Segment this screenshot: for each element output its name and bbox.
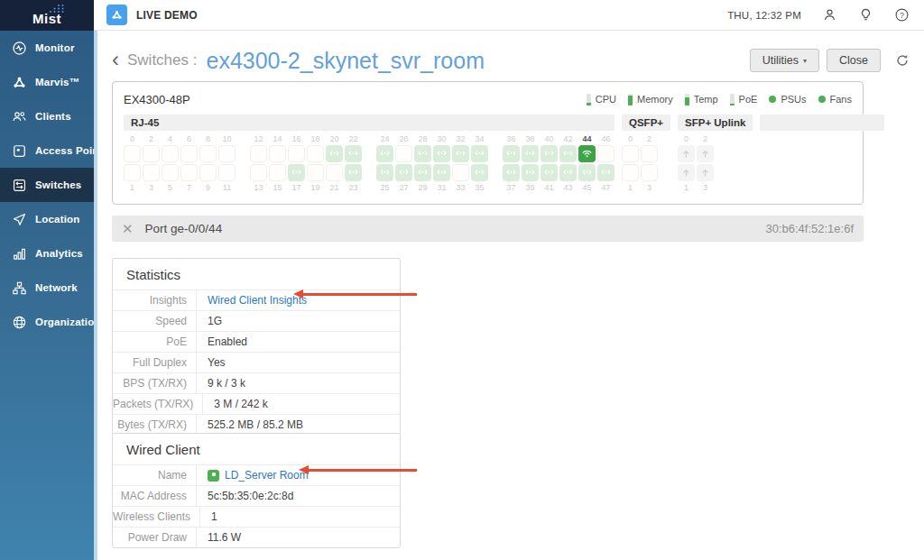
breadcrumb[interactable]: Switches :	[127, 51, 197, 69]
port-rj45-28[interactable]	[414, 145, 431, 162]
sidebar-item-label: Switches	[35, 179, 81, 190]
port-rj45-32[interactable]	[452, 145, 469, 162]
port-rj45-34[interactable]	[471, 145, 488, 162]
back-chevron-icon[interactable]: ‹	[112, 49, 119, 73]
port-rj45-40[interactable]	[541, 145, 558, 162]
sidebar-item-analytics[interactable]: Analytics	[0, 236, 94, 271]
port-rj45-47[interactable]	[597, 164, 614, 181]
port-rj45-9[interactable]	[199, 164, 217, 181]
port-rj45-27[interactable]	[395, 164, 412, 181]
sidebar-item-switches[interactable]: Switches	[0, 168, 94, 202]
port-rj45-12[interactable]	[250, 145, 267, 162]
sidebar-item-location[interactable]: Location	[0, 202, 94, 236]
clock: THU, 12:32 PM	[727, 10, 801, 21]
row-value: 3 M / 242 k	[214, 398, 267, 410]
port-rj45-19[interactable]	[307, 164, 324, 181]
close-button[interactable]: Close	[827, 49, 881, 72]
port-rj45-3[interactable]	[143, 164, 160, 181]
org-icon[interactable]	[106, 5, 127, 25]
port-rj45-17[interactable]	[288, 164, 305, 181]
port-rj45-25[interactable]	[376, 164, 393, 181]
port-rj45-45[interactable]	[578, 164, 596, 181]
port-rj45-44[interactable]	[578, 145, 596, 162]
port-number: 8	[206, 134, 210, 143]
utilities-button[interactable]: Utilities ▾	[750, 49, 819, 72]
port-rj45-20[interactable]	[326, 145, 343, 162]
sidebar-item-label: Location	[35, 214, 80, 225]
user-icon[interactable]	[822, 7, 837, 23]
sidebar-item-monitor[interactable]: Monitor	[0, 31, 94, 65]
close-port-icon[interactable]: ✕	[122, 222, 134, 235]
topbar: LIVE DEMO THU, 12:32 PM ?	[94, 0, 924, 31]
port-rj45-42[interactable]	[559, 145, 577, 162]
sidebar-item-clients[interactable]: Clients	[0, 99, 94, 133]
port-number: 12	[254, 134, 263, 143]
port-rj45-16[interactable]	[288, 145, 305, 162]
row-value-link[interactable]: Wired Client Insights	[208, 294, 307, 307]
port-number: 35	[475, 183, 484, 192]
port-rj45-24[interactable]	[376, 145, 393, 162]
row-value-link[interactable]: LD_Server Room	[225, 469, 309, 482]
port-rj45-39[interactable]	[522, 164, 539, 181]
port-rj45-1[interactable]	[124, 164, 141, 181]
port-rj45-30[interactable]	[433, 145, 450, 162]
port-number: 43	[563, 183, 572, 192]
port-rj45-6[interactable]	[180, 145, 198, 162]
switch-front-panel: EX4300-48P CPUMemoryTempPoEPSUsFans RJ-4…	[112, 81, 864, 205]
annotation-arrow-client-name	[299, 464, 417, 475]
port-rj45-22[interactable]	[345, 145, 362, 162]
help-icon[interactable]: ?	[894, 7, 910, 23]
port-rj45-0[interactable]	[124, 145, 141, 162]
legend-psus: PSUs	[769, 94, 806, 105]
port-rj45-13[interactable]	[250, 164, 267, 181]
port-rj45-11[interactable]	[218, 164, 236, 181]
port-rj45-37[interactable]	[503, 164, 520, 181]
port-rj45-31[interactable]	[433, 164, 450, 181]
table-row-wireless-clients: Wireless Clients1	[113, 506, 400, 527]
sidebar-item-access-points[interactable]: Access Points	[0, 133, 94, 168]
legend-label: Fans	[830, 94, 852, 105]
port-rj45-41[interactable]	[541, 164, 558, 181]
sidebar-item-marvis[interactable]: Marvis™	[0, 65, 94, 99]
port-rj45-33[interactable]	[452, 164, 469, 181]
port-rj45-8[interactable]	[199, 145, 217, 162]
port-rj45-35[interactable]	[471, 164, 488, 181]
port-rj45-14[interactable]	[269, 145, 286, 162]
port-sfp-uplink-0[interactable]	[678, 145, 695, 162]
port-rj45-4[interactable]	[162, 145, 179, 162]
sidebar-item-organization[interactable]: Organization	[0, 305, 94, 339]
port-number: 2	[149, 134, 153, 143]
mist-logo[interactable]: Mist	[0, 0, 94, 31]
row-label: Full Duplex	[113, 353, 197, 372]
port-rj45-43[interactable]	[559, 164, 577, 181]
port-rj45-10[interactable]	[218, 145, 236, 162]
legend-cpu: CPU	[587, 94, 616, 106]
wired-client-title: Wired Client	[113, 434, 400, 464]
port-rj45-46[interactable]	[597, 145, 614, 162]
bank-sfp-uplink: SFP+ Uplink0123	[678, 115, 753, 192]
refresh-icon[interactable]	[895, 53, 910, 68]
port-rj45-7[interactable]	[180, 164, 198, 181]
port-sfp-uplink-3[interactable]	[697, 164, 714, 181]
port-rj45-21[interactable]	[326, 164, 343, 181]
network-icon	[12, 280, 27, 296]
port-rj45-15[interactable]	[269, 164, 286, 181]
port-qsfp-0[interactable]	[622, 145, 639, 162]
port-rj45-2[interactable]	[143, 145, 160, 162]
port-rj45-38[interactable]	[522, 145, 539, 162]
sidebar-item-label: Monitor	[35, 42, 75, 53]
port-rj45-36[interactable]	[503, 145, 520, 162]
port-rj45-26[interactable]	[395, 145, 412, 162]
port-number: 45	[582, 183, 591, 192]
port-rj45-18[interactable]	[307, 145, 324, 162]
port-qsfp-1[interactable]	[622, 164, 639, 181]
port-qsfp-2[interactable]	[641, 145, 658, 162]
port-rj45-29[interactable]	[414, 164, 431, 181]
port-rj45-5[interactable]	[162, 164, 179, 181]
port-sfp-uplink-1[interactable]	[678, 164, 695, 181]
sidebar-item-network[interactable]: Network	[0, 271, 94, 305]
port-qsfp-3[interactable]	[641, 164, 658, 181]
port-rj45-23[interactable]	[345, 164, 362, 181]
port-sfp-uplink-2[interactable]	[697, 145, 714, 162]
lightbulb-icon[interactable]	[858, 7, 873, 23]
